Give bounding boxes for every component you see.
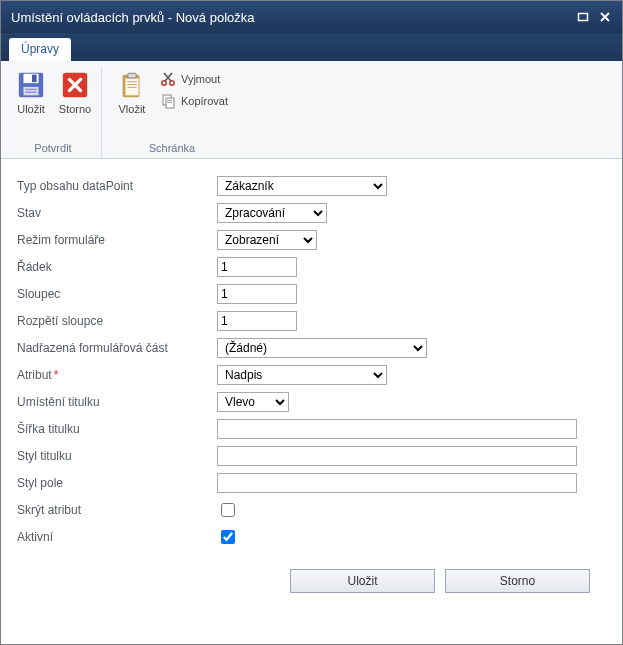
input-field-style[interactable]: [217, 473, 577, 493]
svg-rect-6: [25, 92, 36, 93]
input-row[interactable]: [217, 257, 297, 277]
svg-rect-11: [128, 74, 136, 78]
svg-rect-19: [167, 100, 172, 101]
input-column[interactable]: [217, 284, 297, 304]
svg-rect-4: [24, 87, 39, 95]
cut-icon: [160, 71, 176, 87]
select-form-mode[interactable]: Zobrazení: [217, 230, 317, 250]
form-cancel-button[interactable]: Storno: [445, 569, 590, 593]
copy-button[interactable]: Kopírovat: [156, 91, 232, 111]
window-title: Umístění ovládacích prvků - Nová položka: [11, 10, 576, 25]
row-field-style: Styl pole: [17, 470, 606, 496]
save-button-label: Uložit: [17, 103, 45, 115]
row-state: Stav Zpracování: [17, 200, 606, 226]
paste-button-label: Vložit: [119, 103, 146, 115]
cut-button[interactable]: Vyjmout: [156, 69, 232, 89]
label-field-style: Styl pole: [17, 476, 217, 490]
svg-rect-3: [32, 75, 37, 83]
row-caption-style: Styl titulku: [17, 443, 606, 469]
row-caption-width: Šířka titulku: [17, 416, 606, 442]
button-row: Uložit Storno: [17, 551, 606, 611]
label-colspan: Rozpětí sloupce: [17, 314, 217, 328]
label-active: Aktivní: [17, 530, 217, 544]
label-column: Sloupec: [17, 287, 217, 301]
label-caption-width: Šířka titulku: [17, 422, 217, 436]
save-button[interactable]: Uložit: [11, 67, 51, 117]
label-caption-style: Styl titulku: [17, 449, 217, 463]
select-attribute[interactable]: Nadpis: [217, 365, 387, 385]
label-attribute: Atribut*: [17, 368, 217, 382]
row-hide-attr: Skrýt atribut: [17, 497, 606, 523]
paste-button[interactable]: Vložit: [112, 67, 152, 117]
row-column: Sloupec: [17, 281, 606, 307]
cut-button-label: Vyjmout: [181, 73, 220, 85]
paste-icon: [116, 69, 148, 101]
input-caption-width[interactable]: [217, 419, 577, 439]
svg-rect-14: [127, 87, 136, 88]
row-active: Aktivní: [17, 524, 606, 550]
required-marker: *: [54, 368, 59, 382]
ribbon-group-clipboard: Vložit Vyjmout: [102, 67, 242, 158]
form-area: Typ obsahu dataPoint Zákazník Stav Zprac…: [1, 159, 622, 644]
input-colspan[interactable]: [217, 311, 297, 331]
save-icon: [15, 69, 47, 101]
row-row: Řádek: [17, 254, 606, 280]
label-caption-pos: Umístění titulku: [17, 395, 217, 409]
svg-rect-0: [579, 14, 588, 21]
select-caption-pos[interactable]: Vlevo: [217, 392, 289, 412]
form-save-button[interactable]: Uložit: [290, 569, 435, 593]
select-datapoint-type[interactable]: Zákazník: [217, 176, 387, 196]
tabstrip: Úpravy: [1, 33, 622, 61]
label-datapoint-type: Typ obsahu dataPoint: [17, 179, 217, 193]
checkbox-hide-attr[interactable]: [221, 503, 235, 517]
label-parent-part: Nadřazená formulářová část: [17, 341, 217, 355]
row-parent-part: Nadřazená formulářová část (Žádné): [17, 335, 606, 361]
cancel-icon: [59, 69, 91, 101]
svg-rect-20: [167, 102, 172, 103]
label-hide-attr: Skrýt atribut: [17, 503, 217, 517]
svg-rect-5: [25, 89, 36, 90]
label-row: Řádek: [17, 260, 217, 274]
row-form-mode: Režim formuláře Zobrazení: [17, 227, 606, 253]
cancel-button[interactable]: Storno: [55, 67, 95, 117]
label-state: Stav: [17, 206, 217, 220]
titlebar: Umístění ovládacích prvků - Nová položka: [1, 1, 622, 33]
label-form-mode: Režim formuláře: [17, 233, 217, 247]
maximize-icon[interactable]: [576, 10, 590, 24]
dialog-window: Umístění ovládacích prvků - Nová položka…: [0, 0, 623, 645]
tab-edit[interactable]: Úpravy: [9, 38, 71, 61]
copy-button-label: Kopírovat: [181, 95, 228, 107]
copy-icon: [160, 93, 176, 109]
row-attribute: Atribut* Nadpis: [17, 362, 606, 388]
ribbon-group-clipboard-label: Schránka: [108, 139, 236, 156]
row-colspan: Rozpětí sloupce: [17, 308, 606, 334]
ribbon-group-confirm: Uložit Storno Potvrdit: [5, 67, 102, 158]
ribbon-group-confirm-label: Potvrdit: [11, 139, 95, 156]
select-state[interactable]: Zpracování: [217, 203, 327, 223]
titlebar-controls: [576, 10, 612, 24]
row-datapoint-type: Typ obsahu dataPoint Zákazník: [17, 173, 606, 199]
input-caption-style[interactable]: [217, 446, 577, 466]
select-parent-part[interactable]: (Žádné): [217, 338, 427, 358]
ribbon: Uložit Storno Potvrdit: [1, 61, 622, 159]
row-caption-pos: Umístění titulku Vlevo: [17, 389, 606, 415]
checkbox-active[interactable]: [221, 530, 235, 544]
cancel-button-label: Storno: [59, 103, 91, 115]
close-icon[interactable]: [598, 10, 612, 24]
svg-rect-13: [127, 84, 136, 85]
svg-rect-12: [127, 81, 136, 82]
